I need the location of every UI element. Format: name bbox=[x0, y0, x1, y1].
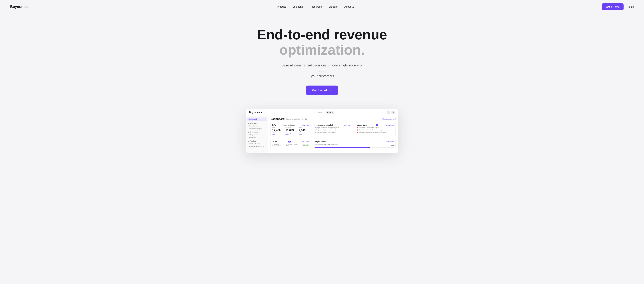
manage-dashboard-button[interactable]: Manage dashboard bbox=[382, 118, 396, 120]
kpi-units-label: Units bbox=[272, 127, 283, 128]
project-status-card: Project status Show more Price planning … bbox=[313, 139, 396, 150]
todo-show-more-button[interactable]: Show more bbox=[302, 141, 309, 142]
sidebar-item-4p-optimisation[interactable]: 4P optimisation bbox=[246, 134, 268, 136]
kpi-profit-value: 7,046 bbox=[299, 129, 309, 132]
project-bar-label: Price planning - Christmas holiday 2022 bbox=[314, 144, 394, 145]
sidebar-group-planing: ▾ Planing bbox=[246, 139, 268, 142]
improvement-alert-2: Target, North, Kids, multi-packs,... bbox=[316, 129, 337, 131]
kpis-week-label: Week 40 of 2022 bbox=[283, 124, 294, 126]
hero-title: End-to-end revenue optimization. bbox=[257, 27, 387, 58]
sidebar-group-optimisation: ▾ Optimisation bbox=[246, 130, 268, 134]
get-started-label: Get Started bbox=[312, 89, 327, 92]
improvement-title-label: Improvement potential bbox=[314, 124, 333, 126]
todo-item-label: Approve promotions bbox=[274, 144, 285, 146]
get-demo-button[interactable]: Get a Demo bbox=[602, 4, 624, 10]
hero-title-line1: End-to-end revenue bbox=[257, 27, 387, 42]
nav-item-careers[interactable]: Careers bbox=[328, 5, 338, 8]
alert-dot-icon bbox=[357, 132, 358, 133]
kpi-revenue-change: +2% vs prev. week bbox=[286, 132, 296, 135]
project-bar-fill bbox=[314, 147, 370, 148]
kpis-card: KPIs Week 40 of 2022 Show more Units 17,… bbox=[270, 122, 311, 137]
get-started-button[interactable]: Get Started → bbox=[306, 86, 338, 95]
project-status-title-label: Project status bbox=[314, 141, 326, 142]
market-alert-3: Walmart ran additional promotional in we… bbox=[359, 131, 386, 133]
kpi-profit-label: Profit bbox=[299, 127, 309, 128]
hero-section: End-to-end revenue optimization. Base al… bbox=[0, 14, 644, 105]
settings-icon[interactable]: ⚙ bbox=[387, 110, 390, 114]
alert-dot-icon bbox=[357, 130, 358, 130]
dashboard-logo: Buynomics bbox=[249, 111, 262, 114]
hero-subtitle: Base all commercial decisions on one sin… bbox=[278, 62, 366, 79]
alert-dot-icon bbox=[314, 130, 316, 130]
project-status-card-title: Project status Show more bbox=[314, 141, 394, 142]
todo-item-1: Approve promotions Promotion planning 20… bbox=[272, 144, 309, 146]
nav-item-about[interactable]: About us bbox=[344, 5, 354, 8]
todo-title-label: To do bbox=[272, 141, 277, 142]
kpi-units: Units 17,486 +3% vs prev. week bbox=[272, 127, 283, 135]
company-label: Company bbox=[314, 111, 322, 113]
market-alert-1: Competitor 1 increased shelf price ... bbox=[359, 127, 381, 128]
nav-item-product[interactable]: Product bbox=[277, 5, 286, 8]
market-alerts-card-title: Market alerts 8 Show more bbox=[357, 124, 394, 126]
dashboard-preview: Buynomics Company USA ▾ ⚙ ✕ Dashboard ▾ … bbox=[0, 105, 644, 153]
sidebar-group-planing-label: Planing bbox=[250, 140, 256, 142]
welcome-text: Welcome back, John Smith bbox=[286, 118, 307, 120]
dashboard-body: Dashboard ▾ Analytics Market alerts Deep… bbox=[246, 116, 398, 153]
hero-subtitle-line2: - your customers. bbox=[309, 74, 335, 78]
alert-dot-icon bbox=[357, 127, 358, 128]
kpis-card-title: KPIs Week 40 of 2022 Show more bbox=[272, 124, 309, 126]
project-bar-item-1: Price planning - Christmas holiday 2022 … bbox=[314, 144, 394, 148]
sidebar-item-scenario[interactable]: Scenario comparision bbox=[246, 145, 268, 148]
sidebar-group-analytics: ▾ Analytics bbox=[246, 121, 268, 124]
improvement-item-1: Target, Southwest, large packs yogurt... bbox=[314, 127, 352, 128]
kpi-revenue: Revenue 11,693 +2% vs prev. week bbox=[286, 127, 296, 135]
kpi-units-change: +3% vs prev. week bbox=[272, 132, 283, 135]
improvement-show-more-button[interactable]: Show more bbox=[344, 124, 352, 126]
nav-item-solutions[interactable]: Solutions bbox=[292, 5, 303, 8]
project-bar-pct: 70% bbox=[391, 145, 394, 146]
kpi-row: Units 17,486 +3% vs prev. week Revenue 1… bbox=[272, 127, 309, 135]
sidebar-item-simulation[interactable]: Simulation bbox=[246, 136, 268, 139]
dashboard-title-area: Dashboard Welcome back, John Smith bbox=[270, 118, 307, 120]
nav-logo: Buynomics bbox=[10, 4, 30, 9]
project-status-show-more-button[interactable]: Show more bbox=[386, 141, 394, 142]
chevron-down-icon: ▾ bbox=[248, 131, 249, 133]
improvement-card: Improvement potential Show more Target, … bbox=[313, 122, 353, 137]
close-icon[interactable]: ✕ bbox=[392, 110, 395, 114]
alert-dot-icon bbox=[314, 127, 316, 128]
project-bar-track bbox=[314, 147, 394, 148]
kpi-profit-change: +2% vs prev. week bbox=[299, 132, 309, 135]
market-alerts-badge: 8 bbox=[376, 124, 378, 126]
dashboard-header-row: Dashboard Welcome back, John Smith Manag… bbox=[270, 118, 396, 120]
nav-links: Product Solutions Resources Careers Abou… bbox=[277, 5, 354, 8]
kpi-units-value: 17,486 bbox=[272, 129, 283, 132]
dashboard-topbar-center: Company USA ▾ bbox=[314, 111, 334, 114]
sidebar-item-deep-dive[interactable]: Deep dive analytics bbox=[246, 127, 268, 130]
kpi-revenue-label: Revenue bbox=[286, 127, 296, 128]
sidebar-item-yearly-calendar[interactable]: Yearly calendar bbox=[246, 142, 268, 145]
chevron-down-icon: ▾ bbox=[248, 140, 249, 142]
alert-dot-icon bbox=[314, 132, 316, 133]
todo-badge: 8 bbox=[288, 141, 290, 142]
kpi-profit: Profit 7,046 +2% vs prev. week bbox=[299, 127, 309, 135]
market-alerts-show-more-button[interactable]: Show more bbox=[386, 124, 394, 126]
navbar: Buynomics Product Solutions Resources Ca… bbox=[0, 0, 644, 14]
login-button[interactable]: Login bbox=[628, 6, 634, 8]
hero-title-line2: optimization. bbox=[279, 42, 365, 58]
market-alert-2: Competitor 4 deviated from expected prom… bbox=[359, 129, 386, 131]
todo-item-status: In progress bbox=[302, 144, 309, 146]
arrow-right-icon: → bbox=[329, 88, 332, 92]
nav-actions: Get a Demo Login bbox=[602, 4, 634, 10]
nav-item-resources[interactable]: Resources bbox=[310, 5, 322, 8]
kpis-show-more-button[interactable]: Show more bbox=[302, 124, 309, 126]
market-alert-item-2: Competitor 4 deviated from expected prom… bbox=[357, 129, 394, 131]
country-selector[interactable]: USA ▾ bbox=[326, 111, 334, 114]
kpi-revenue-value: 11,693 bbox=[286, 129, 296, 132]
sidebar-item-dashboard[interactable]: Dashboard bbox=[247, 118, 267, 121]
chevron-down-icon: ▾ bbox=[248, 122, 249, 124]
sidebar-item-market-alerts[interactable]: Market alerts bbox=[246, 124, 268, 127]
market-alerts-title-label: Market alerts bbox=[357, 124, 367, 126]
dashboard-main: Dashboard Welcome back, John Smith Manag… bbox=[268, 116, 398, 153]
dashboard-window: Buynomics Company USA ▾ ⚙ ✕ Dashboard ▾ … bbox=[246, 109, 398, 153]
dashboard-topbar: Buynomics Company USA ▾ ⚙ ✕ bbox=[246, 109, 398, 116]
